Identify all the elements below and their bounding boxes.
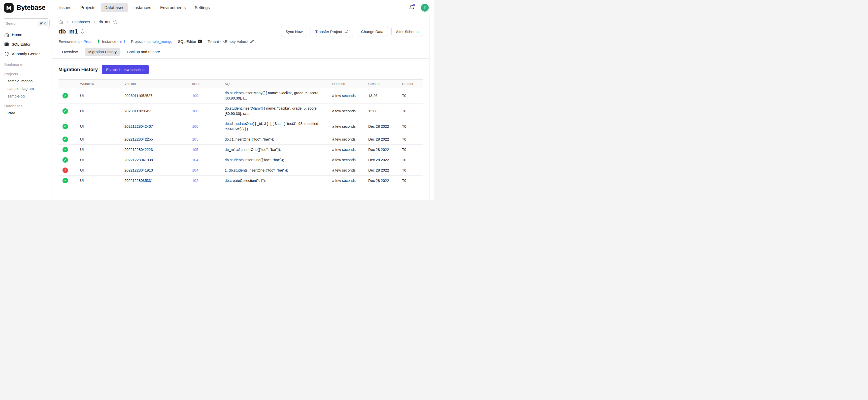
cell-version: 20221228035331 xyxy=(120,176,188,186)
tenant-label: Tenant - xyxy=(208,39,221,43)
project-list: sample_mongosample-diagramsample-pg xyxy=(2,77,50,100)
sidebar-item-sql-editor[interactable]: SQL Editor xyxy=(2,39,50,49)
migration-history-heading: Migration History xyxy=(58,67,98,72)
avatar[interactable]: T xyxy=(421,4,429,11)
protect-shield-icon xyxy=(80,29,85,34)
transfer-project-button[interactable]: Transfer Project xyxy=(311,27,353,36)
sidebar-item-label: Anomaly Center xyxy=(12,52,40,56)
bookmark-star-icon[interactable] xyxy=(113,20,118,24)
establish-baseline-button[interactable]: Establish new baseline xyxy=(102,65,149,74)
issue-link[interactable]: 105 xyxy=(192,137,198,141)
environment-link[interactable]: Prod xyxy=(83,39,91,43)
notifications-button[interactable] xyxy=(408,4,415,11)
migration-row[interactable]: ✓UI20221228035331102db.createCollection(… xyxy=(58,176,423,186)
breadcrumb: Databases db_m1 xyxy=(52,16,429,24)
tab-overview[interactable]: Overview xyxy=(58,48,81,56)
transfer-project-label: Transfer Project xyxy=(315,29,342,34)
sidebar-item-home[interactable]: Home xyxy=(2,30,50,39)
project-label: Project - xyxy=(131,39,145,43)
migration-row[interactable]: ✓UI20221228042255105db.c1.insertOne({"fo… xyxy=(58,134,423,145)
pencil-icon[interactable] xyxy=(250,39,254,43)
nav-item-databases[interactable]: Databases xyxy=(101,3,128,12)
top-navbar: Bytebase IssuesProjectsDatabasesInstance… xyxy=(0,0,434,16)
status-success-icon: ✓ xyxy=(62,108,68,114)
sidebar-project-sample-diagram[interactable]: sample-diagram xyxy=(2,85,50,92)
cell-issue: 104 xyxy=(188,155,221,165)
breadcrumb-home-icon[interactable] xyxy=(58,20,63,24)
sidebar-project-sample-mongo[interactable]: sample_mongo xyxy=(2,77,50,85)
cell-creator: T0 xyxy=(398,176,423,186)
status-success-icon: ✓ xyxy=(62,147,68,152)
breadcrumb-databases[interactable]: Databases xyxy=(72,20,90,24)
sidebar-database-group-prod[interactable]: Prod xyxy=(2,109,50,117)
search-input[interactable] xyxy=(5,21,38,25)
sync-now-button[interactable]: Sync Now xyxy=(281,27,307,36)
alter-schema-button[interactable]: Alter Schema xyxy=(392,27,423,36)
migration-row[interactable]: !UI202212280419131041. db.students.inser… xyxy=(58,165,423,176)
cell-duration: a few seconds xyxy=(328,145,364,155)
change-data-button[interactable]: Change Data xyxy=(357,27,388,36)
status-success-icon: ✓ xyxy=(62,136,68,142)
brand[interactable]: Bytebase xyxy=(4,3,45,13)
cell-status: ✓ xyxy=(58,134,76,145)
sidebar-item-label: SQL Editor xyxy=(11,42,30,47)
sql-editor-label: SQL Editor xyxy=(178,39,196,43)
cell-workflow: UI xyxy=(76,88,120,103)
cell-duration: a few seconds xyxy=(328,176,364,186)
cell-status: ✓ xyxy=(58,88,76,103)
scrollbar[interactable] xyxy=(429,16,434,200)
tab-migration-history[interactable]: Migration History xyxy=(85,48,120,56)
nav-item-environments[interactable]: Environments xyxy=(156,3,189,12)
cell-creator: T0 xyxy=(398,165,423,176)
sidebar-item-anomaly-center[interactable]: Anomaly Center xyxy=(2,49,50,59)
topbar-right: T xyxy=(408,4,429,11)
sidebar-project-sample-pg[interactable]: sample-pg xyxy=(2,92,50,100)
cell-duration: a few seconds xyxy=(328,103,364,119)
cell-sql: db_m1.c1.insertOne({"foo": "bar"}); xyxy=(221,145,328,155)
sidebar: ⌘ K Home SQL Editor Anomaly Center Bookm… xyxy=(0,16,52,200)
migration-row[interactable]: ✓UI20221228042407106db.c1.updateOne( { _… xyxy=(58,119,423,134)
nav-item-issues[interactable]: Issues xyxy=(55,3,75,12)
cell-creator: T0 xyxy=(398,155,423,165)
cell-sql: db.c1.insertOne({"foo": "bar"}); xyxy=(221,134,328,145)
nav-item-settings[interactable]: Settings xyxy=(191,3,214,12)
nav-item-instances[interactable]: Instances xyxy=(129,3,155,12)
sql-editor-meta[interactable]: SQL Editor xyxy=(178,39,202,43)
issue-link[interactable]: 106 xyxy=(192,124,198,128)
issue-link[interactable]: 102 xyxy=(192,179,198,183)
column-header-workflow: Workflow xyxy=(76,80,120,88)
search-box[interactable]: ⌘ K xyxy=(3,19,50,28)
cell-status: ✓ xyxy=(58,119,76,134)
cell-version: 20230111052527 xyxy=(120,88,188,103)
instance-link[interactable]: m1 xyxy=(120,39,125,43)
project-link[interactable]: sample_mongo xyxy=(147,39,173,43)
column-header-sql: SQL xyxy=(221,80,328,88)
database-list: Prod xyxy=(2,109,50,117)
nav-item-projects[interactable]: Projects xyxy=(76,3,99,12)
issue-link[interactable]: 109 xyxy=(192,94,198,98)
cell-status: ✓ xyxy=(58,103,76,119)
cell-creator: T0 xyxy=(398,145,423,155)
issue-link[interactable]: 105 xyxy=(192,148,198,152)
instance-label: Instance - xyxy=(102,39,119,43)
cell-created: 13:08 xyxy=(364,103,398,119)
chevron-right-icon xyxy=(65,20,69,24)
sidebar-section-bookmarks: Bookmarks xyxy=(2,59,50,68)
migration-row[interactable]: ✓UI20230111050423108db.student.insertMan… xyxy=(58,103,423,119)
issue-link[interactable]: 104 xyxy=(192,158,198,162)
issue-link[interactable]: 104 xyxy=(192,168,198,172)
cell-status: ✓ xyxy=(58,145,76,155)
migration-row[interactable]: ✓UI20230111052527109db.students.insertMa… xyxy=(58,88,423,103)
issue-link[interactable]: 108 xyxy=(192,109,198,113)
main-content: Databases db_m1 db_m1 Sync Now Transfer … xyxy=(52,16,429,200)
tab-backup-and-restore[interactable]: Backup and restore xyxy=(124,48,163,56)
terminal-icon xyxy=(4,42,9,47)
mongodb-leaf-icon xyxy=(97,39,100,43)
cell-workflow: UI xyxy=(76,165,120,176)
page-title: db_m1 xyxy=(58,28,85,35)
migration-row[interactable]: ✓UI20221228042223105db_m1.c1.insertOne({… xyxy=(58,145,423,155)
environment-meta: Environment - Prod xyxy=(58,39,91,43)
cell-created: Dec 28 2022 xyxy=(364,176,398,186)
page-header: db_m1 Sync Now Transfer Project Change D… xyxy=(52,24,429,36)
migration-row[interactable]: ✓UI20221228041938104db.students.insertOn… xyxy=(58,155,423,165)
